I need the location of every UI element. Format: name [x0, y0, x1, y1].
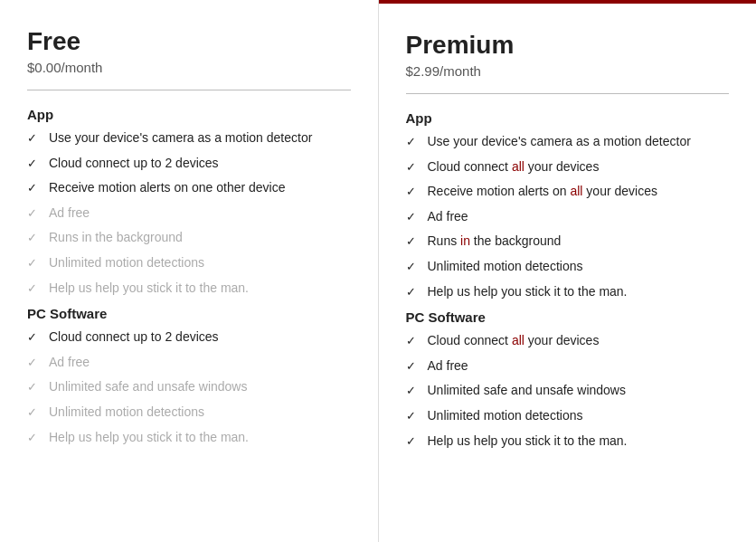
free-plan: Free $0.00/month App ✓ Use your device's… [0, 0, 379, 542]
feature-text: Help us help you stick it to the man. [428, 283, 730, 301]
free-plan-title: Free [27, 27, 351, 56]
check-icon-disabled: ✓ [27, 430, 40, 446]
feature-text: Ad free [428, 357, 730, 376]
feature-text: Use your device's camera as a motion det… [49, 129, 351, 147]
pricing-container: Free $0.00/month App ✓ Use your device's… [0, 0, 756, 542]
list-item: ✓ Cloud connect up to 2 devices [27, 155, 351, 173]
check-icon: ✓ [406, 358, 419, 375]
feature-text: Runs in the background [49, 229, 351, 247]
premium-divider [406, 93, 730, 94]
free-plan-price: $0.00/month [27, 60, 351, 75]
free-app-features: ✓ Use your device's camera as a motion d… [27, 129, 351, 297]
check-icon: ✓ [406, 408, 419, 424]
free-pc-label: PC Software [27, 306, 351, 321]
check-icon: ✓ [406, 259, 419, 275]
premium-plan-title: Premium [406, 31, 730, 60]
free-pc-features: ✓ Cloud connect up to 2 devices ✓ Ad fre… [27, 328, 351, 446]
check-icon: ✓ [406, 233, 419, 250]
feature-text: Unlimited safe and unsafe windows [49, 378, 351, 396]
list-item: ✓ Use your device's camera as a motion d… [27, 129, 351, 147]
feature-text: Unlimited motion detections [49, 404, 351, 422]
feature-text: Unlimited motion detections [428, 407, 730, 425]
check-icon: ✓ [406, 433, 419, 450]
feature-text: Runs in the background [428, 233, 730, 251]
check-icon: ✓ [406, 333, 419, 349]
premium-app-features: ✓ Use your device's camera as a motion d… [406, 133, 730, 300]
list-item: ✓ Ad free [406, 208, 730, 226]
free-divider [27, 90, 351, 90]
list-item-disabled: ✓ Help us help you stick it to the man. [27, 280, 351, 298]
check-icon: ✓ [406, 184, 419, 200]
feature-text: Use your device's camera as a motion det… [428, 133, 730, 151]
feature-text: Help us help you stick it to the man. [428, 433, 730, 451]
highlight-text: in [460, 233, 470, 248]
list-item: ✓ Cloud connect all your devices [406, 332, 730, 350]
feature-text: Receive motion alerts on one other devic… [49, 179, 351, 197]
feature-text: Cloud connect up to 2 devices [49, 155, 351, 173]
check-icon-disabled: ✓ [27, 404, 40, 421]
list-item-disabled: ✓ Unlimited motion detections [27, 404, 351, 422]
check-icon-disabled: ✓ [27, 255, 40, 271]
highlight-text: all [512, 159, 524, 174]
list-item-disabled: ✓ Ad free [27, 354, 351, 372]
list-item-disabled: ✓ Runs in the background [27, 229, 351, 247]
premium-pc-label: PC Software [406, 309, 730, 325]
feature-text: Unlimited motion detections [49, 254, 351, 272]
highlight-text: all [570, 184, 582, 198]
feature-text: Receive motion alerts on all your device… [428, 183, 730, 201]
check-icon: ✓ [406, 383, 419, 399]
list-item: ✓ Receive motion alerts on one other dev… [27, 179, 351, 197]
check-icon-disabled: ✓ [27, 205, 40, 222]
check-icon: ✓ [406, 284, 419, 300]
feature-text: Unlimited motion detections [428, 258, 730, 276]
check-icon: ✓ [406, 134, 419, 150]
feature-text: Cloud connect all your devices [428, 332, 730, 350]
feature-text: Unlimited safe and unsafe windows [428, 382, 730, 400]
check-icon: ✓ [406, 159, 419, 176]
check-icon: ✓ [27, 329, 40, 346]
list-item-disabled: ✓ Unlimited safe and unsafe windows [27, 378, 351, 396]
feature-text: Help us help you stick it to the man. [49, 429, 351, 447]
premium-pc-features: ✓ Cloud connect all your devices ✓ Ad fr… [406, 332, 730, 450]
list-item: ✓ Runs in the background [406, 233, 730, 251]
list-item: ✓ Help us help you stick it to the man. [406, 283, 730, 301]
check-icon-disabled: ✓ [27, 230, 40, 246]
check-icon: ✓ [27, 130, 40, 147]
list-item: ✓ Cloud connect up to 2 devices [27, 328, 351, 347]
list-item: ✓ Unlimited motion detections [406, 407, 730, 425]
list-item: ✓ Ad free [406, 357, 730, 376]
list-item: ✓ Help us help you stick it to the man. [406, 433, 730, 451]
feature-text: Ad free [428, 208, 730, 226]
free-app-label: App [27, 107, 351, 122]
check-icon-disabled: ✓ [27, 281, 40, 297]
premium-plan: Premium $2.99/month App ✓ Use your devic… [379, 0, 757, 542]
check-icon-disabled: ✓ [27, 355, 40, 371]
check-icon: ✓ [406, 209, 419, 225]
list-item-disabled: ✓ Ad free [27, 204, 351, 223]
feature-text: Ad free [49, 354, 351, 372]
list-item-disabled: ✓ Unlimited motion detections [27, 254, 351, 272]
feature-text: Help us help you stick it to the man. [49, 280, 351, 298]
highlight-text: all [512, 333, 524, 347]
list-item-disabled: ✓ Help us help you stick it to the man. [27, 429, 351, 447]
check-icon-disabled: ✓ [27, 379, 40, 395]
feature-text: Cloud connect up to 2 devices [49, 328, 351, 347]
list-item: ✓ Receive motion alerts on all your devi… [406, 183, 730, 201]
list-item: ✓ Cloud connect all your devices [406, 158, 730, 176]
check-icon: ✓ [27, 180, 40, 196]
feature-text: Cloud connect all your devices [428, 158, 730, 176]
check-icon: ✓ [27, 156, 40, 172]
list-item: ✓ Unlimited motion detections [406, 258, 730, 276]
premium-plan-price: $2.99/month [406, 63, 730, 79]
feature-text: Ad free [49, 204, 351, 223]
list-item: ✓ Use your device's camera as a motion d… [406, 133, 730, 151]
list-item: ✓ Unlimited safe and unsafe windows [406, 382, 730, 400]
premium-app-label: App [406, 110, 730, 126]
